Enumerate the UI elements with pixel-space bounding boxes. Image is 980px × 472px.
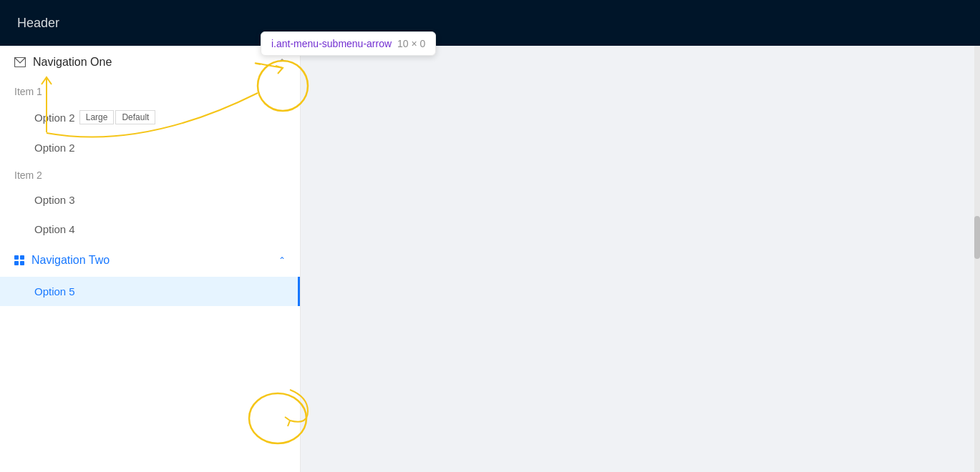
option2-plain-label: Option 2 xyxy=(34,142,75,154)
nav-item-navigation-two[interactable]: Navigation Two ⌃ xyxy=(0,244,300,277)
group-label-item1: Item 1 xyxy=(0,79,300,102)
grid-icon xyxy=(14,255,24,265)
scrollbar-track[interactable] xyxy=(974,46,980,472)
nav-subitem-option2-badges[interactable]: Option 2 Large Default xyxy=(0,102,300,133)
option5-label: Option 5 xyxy=(34,285,75,298)
nav-subitem-option4[interactable]: Option 4 xyxy=(0,215,300,244)
nav-item-navigation-one[interactable]: Navigation One ⌃ xyxy=(0,46,300,79)
nav-two-chevron-icon: ⌃ xyxy=(278,255,286,265)
content-area xyxy=(301,46,980,472)
header-bar: Header xyxy=(0,0,980,46)
mail-icon xyxy=(14,57,26,67)
option2-label-first: Option 2 xyxy=(34,112,75,124)
nav-subitem-option3[interactable]: Option 3 xyxy=(0,185,300,215)
nav-subitem-option5[interactable]: Option 5 xyxy=(0,277,300,306)
nav-one-left: Navigation One xyxy=(14,56,112,69)
main-layout: Navigation One ⌃ Item 1 Option 2 Large D… xyxy=(0,46,980,472)
option4-label: Option 4 xyxy=(34,223,75,235)
nav-subitem-option2[interactable]: Option 2 xyxy=(0,133,300,162)
nav-one-chevron-icon: ⌃ xyxy=(278,57,286,67)
scrollbar-thumb[interactable] xyxy=(974,216,980,259)
badge-default: Default xyxy=(115,110,155,124)
sidebar: Navigation One ⌃ Item 1 Option 2 Large D… xyxy=(0,46,301,472)
tooltip-class-name: i.ant-menu-submenu-arrow xyxy=(271,38,392,49)
group-label-item2: Item 2 xyxy=(0,162,300,185)
nav-one-label: Navigation One xyxy=(33,56,112,69)
badge-large: Large xyxy=(79,110,115,124)
tooltip-popup: i.ant-menu-submenu-arrow 10 × 0 xyxy=(261,31,436,56)
tooltip-dimensions: 10 × 0 xyxy=(397,38,425,49)
nav-two-label: Navigation Two xyxy=(31,254,110,267)
option3-label: Option 3 xyxy=(34,194,75,206)
header-title: Header xyxy=(17,16,59,31)
nav-two-left: Navigation Two xyxy=(14,254,110,267)
